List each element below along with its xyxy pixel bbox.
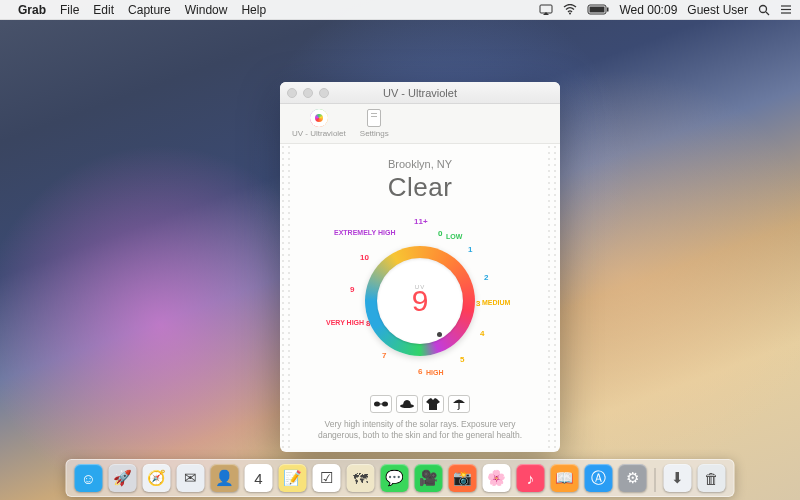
wifi-icon[interactable]	[563, 4, 577, 15]
protection-shirt	[422, 395, 444, 413]
decor-dots-left	[280, 144, 294, 452]
svg-point-11	[382, 402, 388, 407]
dock-mail[interactable]: ✉	[177, 464, 205, 492]
protection-umbrella	[448, 395, 470, 413]
menu-window[interactable]: Window	[185, 3, 228, 17]
uv-pointer	[437, 332, 442, 337]
dock-itunes[interactable]: ♪	[517, 464, 545, 492]
window-titlebar[interactable]: UV - Ultraviolet	[280, 82, 560, 104]
scale-low: LOW	[446, 233, 462, 240]
menubar: Grab File Edit Capture Window Help Wed 0…	[0, 0, 800, 20]
app-window: UV - Ultraviolet UV - Ultraviolet Settin…	[280, 82, 560, 452]
dock-system-preferences[interactable]: ⚙	[619, 464, 647, 492]
menu-capture[interactable]: Capture	[128, 3, 171, 17]
location-label: Brooklyn, NY	[296, 158, 544, 170]
dock-maps[interactable]: 🗺	[347, 464, 375, 492]
menu-app[interactable]: Grab	[18, 3, 46, 17]
menu-help[interactable]: Help	[241, 3, 266, 17]
scale-9: 9	[350, 285, 354, 294]
dock-trash[interactable]: 🗑	[698, 464, 726, 492]
scale-medium: MEDIUM	[482, 299, 510, 306]
dock-downloads[interactable]: ⬇	[664, 464, 692, 492]
dock-photos[interactable]: 🌸	[483, 464, 511, 492]
settings-icon	[367, 109, 381, 127]
dock-contacts[interactable]: 👤	[211, 464, 239, 492]
dock-calendar[interactable]: 4	[245, 464, 273, 492]
notification-center-icon[interactable]	[780, 4, 792, 15]
window-toolbar: UV - Ultraviolet Settings	[280, 104, 560, 144]
scale-6: 6	[418, 367, 422, 376]
tab-settings[interactable]: Settings	[356, 107, 393, 140]
uv-index-value: 9	[365, 246, 475, 356]
airplay-icon[interactable]	[539, 4, 553, 16]
uv-icon	[310, 109, 328, 127]
scale-extremely-high: EXTREMELY HIGH	[334, 229, 395, 236]
svg-line-6	[766, 12, 769, 15]
spotlight-icon[interactable]	[758, 4, 770, 16]
condition-label: Clear	[296, 172, 544, 203]
protection-sunglasses	[370, 395, 392, 413]
dock-app-store[interactable]: Ⓐ	[585, 464, 613, 492]
scale-11: 11+	[414, 217, 428, 226]
tab-uv[interactable]: UV - Ultraviolet	[288, 107, 350, 140]
scale-very-high: VERY HIGH	[326, 319, 364, 326]
dock-finder[interactable]: ☺	[75, 464, 103, 492]
decor-dots-right	[546, 144, 560, 452]
uv-dial: 11+ EXTREMELY HIGH 0 LOW 1 10 2 9 MEDIUM…	[330, 211, 510, 391]
battery-icon[interactable]	[587, 4, 609, 15]
scale-3: 3	[476, 299, 480, 308]
menubar-clock[interactable]: Wed 00:09	[619, 3, 677, 17]
menubar-user[interactable]: Guest User	[687, 3, 748, 17]
svg-rect-0	[540, 5, 552, 13]
traffic-zoom[interactable]	[319, 88, 329, 98]
menu-file[interactable]: File	[60, 3, 79, 17]
dock-facetime[interactable]: 🎥	[415, 464, 443, 492]
tab-uv-label: UV - Ultraviolet	[292, 129, 346, 138]
protection-row	[296, 395, 544, 413]
traffic-close[interactable]	[287, 88, 297, 98]
dock: ☺🚀🧭✉👤4📝☑🗺💬🎥📸🌸♪📖Ⓐ⚙⬇🗑	[66, 459, 735, 497]
dock-messages[interactable]: 💬	[381, 464, 409, 492]
menu-edit[interactable]: Edit	[93, 3, 114, 17]
dock-reminders[interactable]: ☑	[313, 464, 341, 492]
svg-point-1	[569, 13, 571, 15]
dock-notes[interactable]: 📝	[279, 464, 307, 492]
protection-hat	[396, 395, 418, 413]
desktop: Grab File Edit Capture Window Help Wed 0…	[0, 0, 800, 500]
dock-separator	[655, 468, 656, 492]
dock-ibooks[interactable]: 📖	[551, 464, 579, 492]
scale-4: 4	[480, 329, 484, 338]
svg-point-10	[374, 402, 380, 407]
scale-high: HIGH	[426, 369, 444, 376]
traffic-minimize[interactable]	[303, 88, 313, 98]
svg-point-5	[760, 5, 767, 12]
scale-5: 5	[460, 355, 464, 364]
svg-rect-3	[607, 8, 609, 12]
uv-advice-text: Very high intensity of the solar rays. E…	[296, 419, 544, 442]
uv-ring: UV 9	[365, 246, 475, 356]
app-content: Brooklyn, NY Clear 11+ EXTREMELY HIGH 0 …	[280, 144, 560, 452]
tab-settings-label: Settings	[360, 129, 389, 138]
scale-0: 0	[438, 229, 442, 238]
dock-safari[interactable]: 🧭	[143, 464, 171, 492]
scale-2: 2	[484, 273, 488, 282]
dock-launchpad[interactable]: 🚀	[109, 464, 137, 492]
svg-rect-4	[590, 7, 605, 13]
dock-photo-booth[interactable]: 📸	[449, 464, 477, 492]
